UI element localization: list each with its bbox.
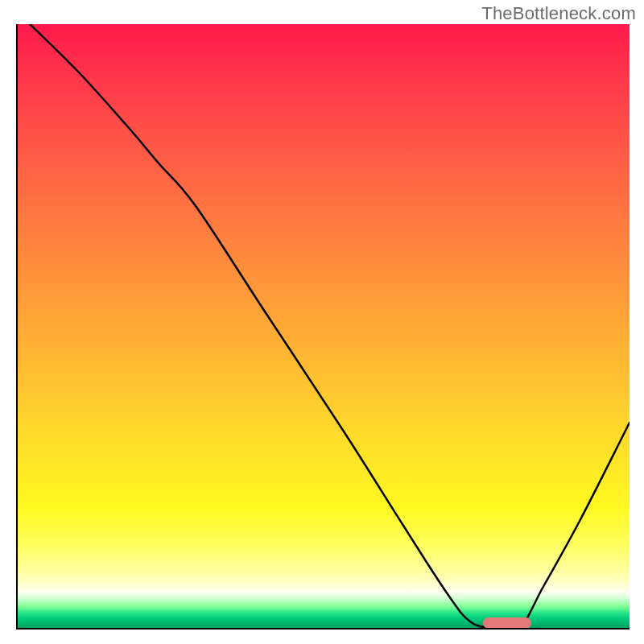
plot-area bbox=[16, 24, 630, 630]
optimal-marker bbox=[483, 617, 531, 629]
chart-container: TheBottleneck.com bbox=[0, 0, 644, 644]
gradient-background bbox=[18, 24, 630, 628]
attribution-text: TheBottleneck.com bbox=[481, 3, 636, 24]
